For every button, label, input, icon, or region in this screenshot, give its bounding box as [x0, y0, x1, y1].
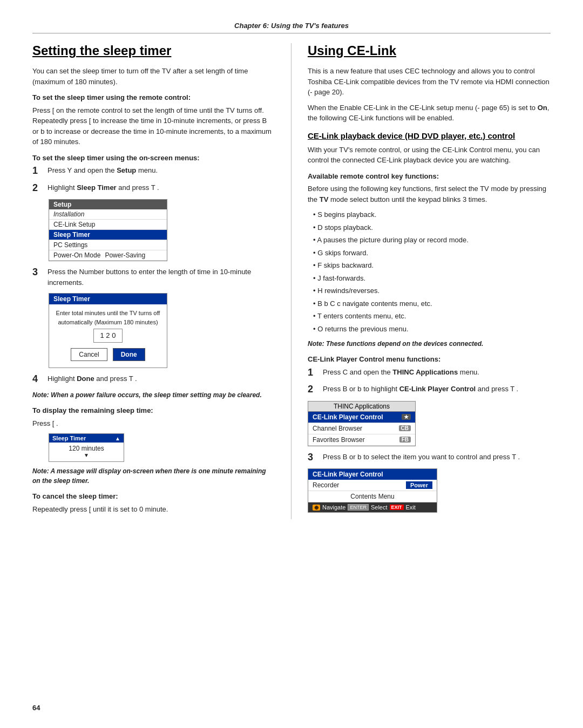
nav-text: Navigate: [322, 504, 345, 511]
cancel-text: Repeatedly press [ until it is set to 0 …: [32, 504, 275, 515]
done-button[interactable]: Done: [113, 348, 145, 361]
thinc-item-celink: CE-Link Player Control ★: [308, 412, 415, 423]
func-skip-fwd: G skips forward.: [313, 248, 551, 258]
menu-item-installation: Installation: [49, 209, 167, 220]
right-title: Using CE-Link: [308, 43, 551, 58]
func-return: O returns the previous menu.: [313, 324, 551, 335]
func-stop: D stops playback.: [313, 222, 551, 233]
sleep-timer-header: Sleep Timer: [49, 294, 167, 304]
ce-link-contents-row: Contents Menu: [308, 491, 437, 502]
sleep-timer-body: Enter total minutes until the TV turns o…: [49, 304, 167, 368]
func-rewind: H rewinds/reverses.: [313, 285, 551, 296]
cancel-button[interactable]: Cancel: [71, 348, 107, 361]
sleep-disp-body: 120 minutes ▼: [49, 443, 124, 461]
note-power-failure: Note: When a power failure occurs, the s…: [32, 390, 275, 400]
step-2: Highlight Sleep Timer and press T .: [32, 182, 275, 194]
step-4-text: Highlight Done and press T .: [48, 373, 137, 384]
menu-item-sleep: Sleep Timer: [49, 230, 167, 240]
player-control-steps: Press C and open the THINC Applications …: [308, 367, 551, 396]
playback-title: CE-Link playback device (HD DVD player, …: [308, 131, 551, 140]
step-4: Highlight Done and press T .: [32, 373, 275, 385]
right-column: Using CE-Link This is a new feature that…: [292, 43, 551, 519]
power-label: Power: [406, 481, 432, 489]
left-intro: You can set the sleep timer to turn off …: [32, 66, 275, 87]
left-column: Setting the sleep timer You can set the …: [32, 43, 292, 519]
sleep-timer-value: 1 2 0: [93, 329, 123, 343]
favorites-badge: FB: [399, 437, 411, 443]
display-text: Press [ .: [32, 418, 275, 429]
page-number: 64: [32, 704, 40, 712]
sleep-timer-buttons: Cancel Done: [53, 345, 162, 363]
right-intro2: When the Enable CE-Link in the CE-Link s…: [308, 103, 551, 124]
functions-list: S begins playback. D stops playback. A p…: [308, 209, 551, 334]
left-title: Setting the sleep timer: [32, 43, 275, 58]
onscreen-steps: Press Y and open the Setup menu. Highlig…: [32, 165, 275, 194]
step-1: Press Y and open the Setup menu.: [32, 165, 275, 177]
arrow-down-icon: ▼: [84, 452, 89, 458]
enter-badge: ENTER: [348, 504, 369, 511]
setup-menu-header: Setup: [49, 200, 167, 209]
exit-badge: EXIT: [390, 505, 404, 510]
func-pause: A pauses the picture during play or reco…: [313, 235, 551, 246]
remote-funcs-intro: Before using the following key functions…: [308, 183, 551, 205]
display-heading: To display the remaining sleep time:: [32, 405, 275, 416]
setup-menu-box: Setup Installation CE-Link Setup Sleep T…: [49, 199, 167, 261]
player-step-2: Press B or b to highlight CE-Link Player…: [308, 384, 551, 396]
thinc-item-channel: Channel Browser CB: [308, 423, 415, 434]
step-3-text: Press the Number buttons to enter the le…: [48, 267, 275, 288]
menu-item-power: Power-On Mode Power-Saving: [49, 250, 167, 261]
step-3: Press the Number buttons to enter the le…: [32, 267, 275, 288]
ce-link-control-box: CE-Link Player Control Recorder Power Co…: [308, 468, 437, 513]
sleep-timer-box: Sleep Timer Enter total minutes until th…: [49, 293, 167, 368]
ce-link-recorder-row: Recorder Power: [308, 480, 437, 491]
thinc-header: THINC Applications: [308, 402, 415, 412]
player-step-1: Press C and open the THINC Applications …: [308, 367, 551, 379]
cancel-heading: To cancel the sleep timer:: [32, 491, 275, 502]
sleep-disp-header: Sleep Timer ▲: [49, 434, 124, 443]
chapter-header: Chapter 6: Using the TV's features: [32, 22, 551, 33]
onscreen-heading: To set the sleep timer using the on-scre…: [32, 153, 275, 164]
arrow-up-icon: ▲: [115, 436, 120, 441]
onscreen-steps-cont: Press the Number buttons to enter the le…: [32, 267, 275, 288]
remote-text: Press [ on the remote control to set the…: [32, 105, 275, 147]
step-1-text: Press Y and open the Setup menu.: [48, 165, 158, 176]
channel-badge: CB: [399, 425, 411, 431]
note-functions: Note: These functions depend on the devi…: [308, 339, 551, 349]
two-column-layout: Setting the sleep timer You can set the …: [32, 43, 551, 519]
func-skip-bwd: F skips backward.: [313, 260, 551, 271]
note-one-minute: Note: A message will display on-screen w…: [32, 466, 275, 486]
step-2-text: Highlight Sleep Timer and press T .: [48, 182, 159, 193]
exit-label: Exit: [406, 504, 416, 511]
player-step-3: Press B or b to select the item you want…: [308, 452, 551, 464]
func-enter: T enters contents menu, etc.: [313, 311, 551, 322]
player-step-3-text: Press B or b to select the item you want…: [323, 452, 520, 462]
thinc-item-favorites: Favorites Browser FB: [308, 434, 415, 446]
menu-item-pc: PC Settings: [49, 240, 167, 250]
select-text: Select: [371, 504, 388, 511]
right-intro1: This is a new feature that uses CEC tech…: [308, 66, 551, 98]
thinc-menu-box: THINC Applications CE-Link Player Contro…: [308, 401, 416, 446]
func-ff: J fast-forwards.: [313, 273, 551, 284]
ce-link-control-header: CE-Link Player Control: [308, 469, 437, 480]
menu-item-celink: CE-Link Setup: [49, 220, 167, 230]
func-play: S begins playback.: [313, 209, 551, 220]
func-navigate: B b C c navigate contents menu, etc.: [313, 298, 551, 309]
playback-intro: With your TV's remote control, or using …: [308, 145, 551, 166]
player-step-2-text: Press B or b to highlight CE-Link Player…: [323, 384, 518, 394]
player-control-heading: CE-Link Player Control menu functions:: [308, 354, 551, 365]
page: Chapter 6: Using the TV's features Setti…: [0, 0, 583, 728]
onscreen-steps-cont2: Highlight Done and press T .: [32, 373, 275, 385]
remote-heading: To set the sleep timer using the remote …: [32, 92, 275, 103]
sleep-disp-value: 120 minutes: [69, 445, 104, 452]
player-step-1-text: Press C and open the THINC Applications …: [323, 367, 479, 378]
remote-funcs-heading: Available remote control key functions:: [308, 171, 551, 182]
recorder-label: Recorder: [313, 481, 339, 489]
celink-badge: ★: [402, 414, 411, 420]
navigate-icon: ⊕: [313, 505, 320, 511]
sleep-timer-instruction: Enter total minutes until the TV turns o…: [53, 309, 162, 326]
player-steps-cont: Press B or b to select the item you want…: [308, 452, 551, 464]
sleep-display-box: Sleep Timer ▲ 120 minutes ▼: [49, 433, 124, 462]
ce-link-nav-row: ⊕ Navigate ENTER Select EXIT Exit: [308, 502, 437, 512]
